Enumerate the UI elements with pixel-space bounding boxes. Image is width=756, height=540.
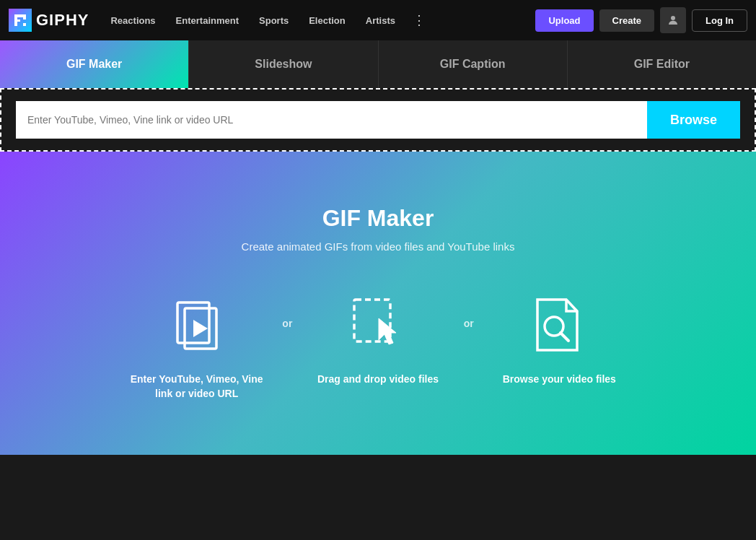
- option-youtube-label: Enter YouTube, Vimeo, Vine link or video…: [126, 373, 268, 401]
- option-drag-label: Drag and drop video files: [317, 373, 439, 387]
- logo-text: GIPHY: [36, 11, 89, 30]
- url-input[interactable]: [16, 101, 647, 139]
- login-button[interactable]: Log In: [692, 9, 747, 32]
- tab-gif-maker[interactable]: GIF Maker: [0, 40, 189, 88]
- main-content: GIF Maker Create animated GIFs from vide…: [0, 152, 756, 455]
- browse-files-icon: [523, 289, 595, 361]
- nav-item-artists[interactable]: Artists: [356, 9, 405, 32]
- create-button[interactable]: Create: [599, 9, 654, 32]
- option-browse[interactable]: Browse your video files: [488, 289, 630, 387]
- nav-item-election[interactable]: Election: [299, 9, 356, 32]
- input-row: Browse: [16, 101, 740, 139]
- browse-button[interactable]: Browse: [647, 101, 740, 139]
- tab-gif-caption[interactable]: GIF Caption: [379, 40, 568, 88]
- main-subtitle: Create animated GIFs from video files an…: [242, 240, 515, 253]
- more-icon[interactable]: ⋮: [405, 6, 433, 34]
- navbar: GIPHY Reactions Entertainment Sports Ele…: [0, 0, 756, 40]
- svg-marker-10: [379, 318, 396, 344]
- video-file-icon: [161, 289, 233, 361]
- logo[interactable]: GIPHY: [9, 9, 89, 32]
- tab-gif-editor[interactable]: GIF Editor: [568, 40, 756, 88]
- options-row: Enter YouTube, Vimeo, Vine link or video…: [126, 289, 630, 401]
- logo-icon: [9, 9, 32, 32]
- option-youtube[interactable]: Enter YouTube, Vimeo, Vine link or video…: [126, 289, 268, 401]
- svg-line-12: [561, 333, 568, 341]
- svg-point-5: [671, 16, 675, 20]
- upload-button[interactable]: Upload: [535, 9, 593, 32]
- or-text-1: or: [282, 318, 292, 329]
- option-drag[interactable]: Drag and drop video files: [307, 289, 449, 387]
- nav-actions: Upload Create Log In: [535, 7, 747, 33]
- input-area: Browse: [0, 88, 756, 152]
- or-text-2: or: [464, 318, 474, 329]
- nav-item-entertainment[interactable]: Entertainment: [166, 9, 249, 32]
- svg-rect-2: [14, 19, 20, 22]
- svg-rect-1: [14, 14, 23, 17]
- svg-rect-4: [23, 23, 26, 26]
- nav-item-sports[interactable]: Sports: [249, 9, 299, 32]
- nav-item-reactions[interactable]: Reactions: [100, 9, 165, 32]
- nav-links: Reactions Entertainment Sports Election …: [100, 6, 529, 34]
- option-browse-label: Browse your video files: [503, 373, 616, 387]
- tab-slideshow[interactable]: Slideshow: [189, 40, 378, 88]
- drag-drop-icon: [342, 289, 414, 361]
- user-icon[interactable]: [660, 7, 686, 33]
- svg-rect-3: [23, 14, 26, 19]
- svg-marker-8: [193, 320, 208, 337]
- tabs-bar: GIF Maker Slideshow GIF Caption GIF Edit…: [0, 40, 756, 88]
- main-title: GIF Maker: [322, 205, 434, 232]
